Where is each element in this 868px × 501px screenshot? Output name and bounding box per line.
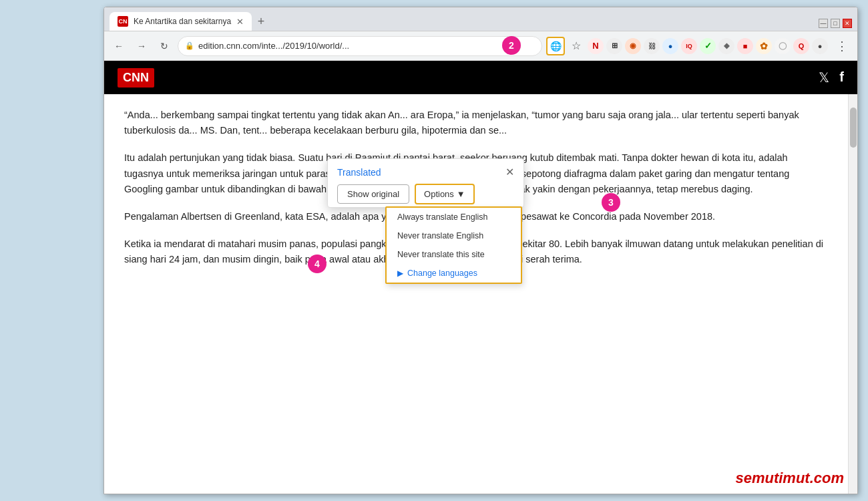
maximize-button[interactable]: □ [831,19,840,28]
tab-title: Ke Antartika dan sekitarnya [134,17,231,26]
ext-grid[interactable]: ⊞ [606,38,622,54]
step-4-badge: 4 [308,255,327,273]
dropdown-item-never-site-label: Never translate this site [397,250,485,259]
tab-favicon: CN [118,16,128,27]
options-dropdown: Always translate English Never translate… [385,206,522,284]
ext-blue[interactable]: ● [662,38,678,54]
ext-diamond[interactable]: ◆ [718,38,734,54]
article-content: “Anda... berkembang sampai tingkat terte… [104,94,848,494]
scrollbar-thumb[interactable] [850,108,857,148]
cnn-logo: CNN [118,68,154,88]
step-2-badge: 2 [502,36,521,55]
dropdown-arrow-icon: ▶ [397,269,403,278]
window-controls: — □ ✕ [819,19,852,28]
options-arrow-icon: ▼ [457,189,465,199]
ext-flower[interactable]: ✿ [756,38,772,54]
scrollbar[interactable] [848,94,857,494]
browser-tab[interactable]: CN Ke Antartika dan sekitarnya ✕ [110,12,252,31]
ext-chain[interactable]: ⛓ [644,38,660,54]
ext-circle2[interactable]: ◯ [775,38,791,54]
ext-n[interactable]: N [588,38,604,54]
minimize-button[interactable]: — [819,19,828,28]
dropdown-item-change-lang[interactable]: ▶ Change languages [387,264,521,283]
browser-content: “Anda... berkembang sampai tingkat terte… [104,94,857,494]
options-button[interactable]: Options ▼ [415,184,475,204]
cnn-social-links: 𝕏 f [819,69,844,86]
step-3-badge: 3 [602,193,620,212]
cnn-header: CNN 𝕏 f [104,61,857,94]
ext-circle[interactable]: ◉ [625,38,641,54]
article-para-1: “Anda... berkembang sampai tingkat terte… [124,108,828,138]
ext-q[interactable]: Q [793,38,809,54]
browser-window: CN Ke Antartika dan sekitarnya ✕ + — □ ✕… [103,7,858,494]
translate-icon: 🌐 [550,41,562,51]
twitter-icon[interactable]: 𝕏 [819,69,829,86]
new-tab-button[interactable]: + [252,12,270,31]
address-bar[interactable]: 🔒 edition.cnn.com/inte.../2019/10/world/… [178,36,542,56]
url-text: edition.cnn.com/inte.../2019/10/world/..… [198,41,535,51]
show-original-button[interactable]: Show original [337,184,409,204]
popup-header: Translated ✕ [328,159,523,184]
browser-menu-button[interactable]: ⋮ [832,36,852,56]
dropdown-item-change-lang-label: Change languages [407,269,477,278]
dropdown-item-always[interactable]: Always translate English [387,208,521,226]
ext-iq[interactable]: IQ [681,38,697,54]
facebook-icon[interactable]: f [839,69,844,86]
popup-close-button[interactable]: ✕ [505,166,514,178]
translate-popup: Translated ✕ Show original Options ▼ Alw… [327,158,524,208]
bookmark-button[interactable]: ☆ [569,37,584,55]
title-bar: CN Ke Antartika dan sekitarnya ✕ + — □ ✕ [104,7,857,31]
lock-icon: 🔒 [185,41,194,50]
ext-dot[interactable]: ● [812,38,828,54]
dropdown-item-never-site[interactable]: Never translate this site [387,245,521,264]
dropdown-item-always-label: Always translate English [397,212,487,222]
ext-sq[interactable]: ■ [737,38,753,54]
dropdown-item-never[interactable]: Never translate English [387,226,521,245]
watermark: semutimut.com [735,470,844,487]
ext-check[interactable]: ✓ [700,38,716,54]
extensions-bar: N ⊞ ◉ ⛓ ● IQ ✓ ◆ ■ ✿ ◯ Q ● [588,38,828,54]
close-button[interactable]: ✕ [843,19,852,28]
translate-icon-button[interactable]: 🌐 [546,37,565,55]
browser-toolbar: ← → ↻ 🔒 edition.cnn.com/inte.../2019/10/… [104,31,857,61]
back-button[interactable]: ← [110,37,128,55]
popup-title: Translated [337,167,381,178]
forward-button[interactable]: → [132,37,151,55]
dropdown-item-never-label: Never translate English [397,231,483,240]
tab-close-button[interactable]: ✕ [236,17,244,27]
refresh-button[interactable]: ↻ [155,37,174,55]
options-label: Options [424,189,454,199]
popup-buttons: Show original Options ▼ Always translate… [328,184,523,204]
